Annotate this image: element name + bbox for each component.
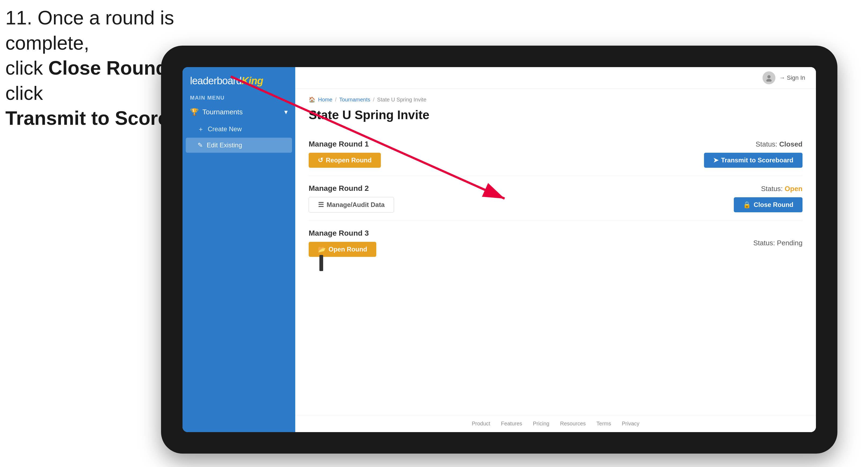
round-2-title: Manage Round 2 (309, 184, 394, 193)
open-round-label: Open Round (329, 246, 367, 253)
breadcrumb-tournaments[interactable]: Tournaments (339, 97, 370, 103)
tablet-screen: leaderboardKing MAIN MENU 🏆 Tournaments … (183, 67, 816, 432)
trophy-icon: 🏆 (190, 108, 198, 116)
content-area: 🏠 Home / Tournaments / State U Spring In… (295, 89, 816, 415)
logo-leaderboard: leaderboard (190, 75, 242, 86)
instruction-line1: 11. Once a round is complete, (5, 7, 174, 54)
lock-icon: 🔒 (743, 201, 751, 209)
logo-area: leaderboardKing (183, 67, 295, 92)
footer: Product Features Pricing Resources Terms… (295, 415, 816, 432)
round-3-title: Manage Round 3 (309, 229, 376, 238)
round-2-left: Manage Round 2 ☰ Manage/Audit Data (309, 184, 394, 213)
breadcrumb-current: State U Spring Invite (377, 97, 426, 103)
reopen-round-button[interactable]: ↺ Reopen Round (309, 153, 381, 168)
sidebar: leaderboardKing MAIN MENU 🏆 Tournaments … (183, 67, 295, 432)
round-3-right: Status: Pending (753, 239, 803, 247)
svg-point-2 (767, 75, 771, 79)
round-2-right: Status: Open 🔒 Close Round (734, 185, 803, 212)
manage-audit-data-button[interactable]: ☰ Manage/Audit Data (309, 197, 394, 213)
round-1-right: Status: Closed ➤ Transmit to Scoreboard (704, 140, 803, 168)
plus-icon: ＋ (197, 125, 204, 133)
round-2-section: Manage Round 2 ☰ Manage/Audit Data Statu… (309, 176, 803, 221)
sidebar-sub-item-create-new[interactable]: ＋ Create New (183, 121, 295, 137)
app-layout: leaderboardKing MAIN MENU 🏆 Tournaments … (183, 67, 816, 432)
breadcrumb-home-icon: 🏠 (309, 96, 315, 103)
tablet-frame: leaderboardKing MAIN MENU 🏆 Tournaments … (161, 45, 837, 454)
tablet-side-button (319, 255, 323, 271)
breadcrumb-home[interactable]: Home (318, 97, 332, 103)
main-menu-label: MAIN MENU (183, 92, 295, 103)
round-3-section: Manage Round 3 📂 Open Round Status: Pend… (309, 221, 803, 265)
tournaments-label: Tournaments (203, 108, 243, 116)
manage-audit-label: Manage/Audit Data (327, 201, 384, 209)
page-title: State U Spring Invite (309, 107, 803, 122)
close-round-button[interactable]: 🔒 Close Round (734, 197, 803, 212)
sign-in-label: → Sign In (779, 74, 805, 81)
chevron-down-icon: ▾ (284, 108, 288, 116)
close-round-label: Close Round (754, 201, 794, 209)
open-round-button[interactable]: 📂 Open Round (309, 242, 376, 257)
round-1-status: Status: Closed (755, 140, 803, 148)
reopen-icon: ↺ (318, 156, 323, 164)
round-1-title: Manage Round 1 (309, 140, 381, 148)
main-content: → Sign In 🏠 Home / Tournaments / State U… (295, 67, 816, 432)
round-1-status-value: Closed (779, 140, 803, 148)
logo-king: King (242, 75, 263, 86)
transmit-to-scoreboard-button[interactable]: ➤ Transmit to Scoreboard (704, 153, 803, 168)
edit-existing-label: Edit Existing (207, 142, 242, 149)
avatar (763, 71, 775, 84)
transmit-icon: ➤ (713, 156, 718, 164)
footer-resources[interactable]: Resources (560, 421, 586, 427)
audit-icon: ☰ (318, 201, 324, 209)
sidebar-sub-item-edit-existing[interactable]: ✎ Edit Existing (186, 138, 292, 153)
open-icon: 📂 (318, 246, 326, 253)
breadcrumb-sep1: / (335, 97, 337, 103)
footer-pricing[interactable]: Pricing (533, 421, 550, 427)
svg-point-3 (766, 79, 772, 82)
breadcrumb: 🏠 Home / Tournaments / State U Spring In… (309, 96, 803, 103)
reopen-round-label: Reopen Round (326, 156, 372, 164)
transmit-to-scoreboard-label: Transmit to Scoreboard (721, 156, 794, 164)
instruction-line2: click (5, 57, 48, 79)
sign-in-area[interactable]: → Sign In (763, 71, 805, 84)
round-2-status: Status: Open (761, 185, 803, 193)
round-3-left-buttons: 📂 Open Round (309, 242, 376, 257)
footer-privacy[interactable]: Privacy (622, 421, 640, 427)
footer-terms[interactable]: Terms (596, 421, 611, 427)
round-3-left: Manage Round 3 📂 Open Round (309, 229, 376, 257)
round-1-section: Manage Round 1 ↺ Reopen Round Status: Cl… (309, 132, 803, 176)
sidebar-item-tournaments[interactable]: 🏆 Tournaments ▾ (183, 103, 295, 121)
instruction-bold1: Close Round (48, 57, 167, 79)
round-3-status-value: Pending (777, 239, 803, 247)
edit-icon: ✎ (197, 142, 203, 149)
round-2-status-value: Open (785, 185, 803, 193)
breadcrumb-sep2: / (373, 97, 375, 103)
logo: leaderboardKing (190, 75, 288, 87)
round-1-left-buttons: ↺ Reopen Round (309, 153, 381, 168)
round-3-status: Status: Pending (753, 239, 803, 247)
footer-features[interactable]: Features (501, 421, 522, 427)
round-1-left: Manage Round 1 ↺ Reopen Round (309, 140, 381, 168)
header: → Sign In (295, 67, 816, 89)
footer-product[interactable]: Product (472, 421, 490, 427)
round-2-left-buttons: ☰ Manage/Audit Data (309, 197, 394, 213)
create-new-label: Create New (208, 125, 242, 133)
